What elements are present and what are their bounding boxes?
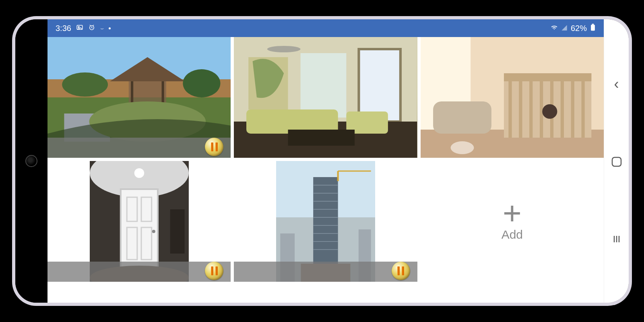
nav-home-icon[interactable]	[611, 157, 622, 170]
svg-point-44	[134, 168, 144, 178]
alarm-icon	[88, 24, 95, 33]
system-nav-bar: ‹	[604, 19, 629, 303]
nav-recent-icon[interactable]	[612, 234, 621, 247]
svg-rect-4	[592, 24, 594, 25]
svg-rect-39	[433, 101, 491, 134]
svg-rect-3	[591, 25, 595, 31]
plus-icon: +	[503, 201, 522, 225]
svg-rect-10	[131, 81, 133, 103]
camera-tile-front-door[interactable]	[47, 161, 231, 282]
svg-rect-58	[313, 177, 338, 270]
battery-icon	[590, 24, 596, 33]
svg-rect-71	[612, 157, 621, 166]
link-icon: ⌣	[100, 25, 104, 32]
pause-icon	[402, 266, 404, 275]
phone-frame: 3:36 ⌣	[12, 16, 632, 306]
camera-tile-backyard[interactable]	[47, 37, 231, 158]
camera-grid-wrap: + Add	[47, 37, 604, 303]
camera-tile-living-room[interactable]	[234, 37, 417, 158]
svg-point-1	[78, 26, 79, 27]
svg-point-25	[267, 46, 301, 52]
status-left: 3:36 ⌣	[56, 24, 111, 33]
camera-grid: + Add	[47, 37, 604, 282]
svg-rect-17	[359, 49, 400, 122]
add-label: Add	[502, 228, 523, 242]
signal-icon	[561, 24, 568, 33]
wifi-icon	[551, 24, 558, 33]
screen: 3:36 ⌣	[47, 19, 629, 303]
pause-button[interactable]	[392, 262, 410, 280]
camera-thumb	[421, 37, 604, 158]
dot-indicator	[109, 27, 111, 29]
svg-point-41	[450, 141, 474, 154]
svg-rect-9	[129, 81, 166, 103]
camera-thumb	[234, 37, 417, 158]
svg-rect-24	[288, 130, 355, 146]
pause-button[interactable]	[205, 262, 223, 280]
front-camera-dot	[25, 155, 37, 167]
pause-icon	[211, 142, 213, 151]
status-time: 3:36	[56, 24, 71, 33]
status-right: 62%	[551, 24, 596, 33]
pause-icon	[211, 266, 213, 275]
pause-icon	[215, 266, 218, 275]
pause-button[interactable]	[205, 138, 223, 156]
svg-point-51	[152, 230, 155, 233]
camera-tile-nursery[interactable]	[421, 37, 604, 158]
tile-footer	[47, 138, 231, 158]
phone-bezel	[15, 19, 47, 303]
pause-icon	[397, 266, 400, 275]
svg-point-12	[183, 69, 220, 97]
phone-inner: 3:36 ⌣	[15, 19, 629, 303]
svg-rect-53	[170, 209, 184, 254]
battery-percent: 62%	[571, 24, 587, 33]
svg-rect-30	[504, 73, 591, 81]
svg-point-40	[542, 104, 557, 119]
status-bar: 3:36 ⌣	[47, 19, 604, 37]
image-icon	[76, 24, 83, 33]
svg-rect-11	[162, 81, 164, 103]
add-camera-button[interactable]: + Add	[421, 161, 604, 282]
content-area: 3:36 ⌣	[47, 19, 604, 303]
svg-point-13	[62, 72, 108, 97]
nav-back-icon[interactable]: ‹	[614, 76, 619, 93]
tile-footer	[234, 262, 417, 282]
pause-icon	[215, 142, 218, 151]
camera-tile-construction[interactable]	[234, 161, 417, 282]
tile-footer	[47, 262, 231, 282]
svg-rect-19	[301, 53, 347, 118]
